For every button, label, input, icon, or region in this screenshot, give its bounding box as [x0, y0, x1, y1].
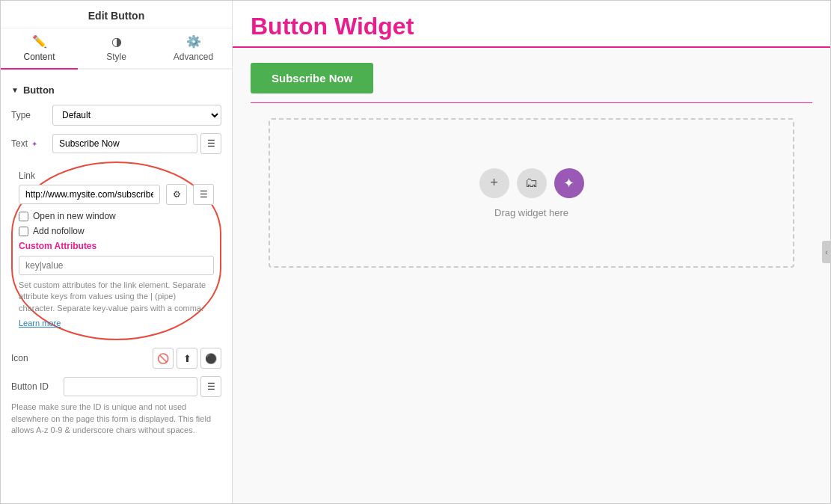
open-new-window-checkbox[interactable]	[19, 212, 28, 221]
icon-field: Icon 🚫 ⬆ ⚫	[11, 348, 221, 369]
button-id-input[interactable]	[64, 377, 197, 396]
drag-icons: + 🗂 ✦	[479, 168, 584, 198]
right-panel: Button Widget Subscribe Now + 🗂 ✦ Drag w…	[233, 1, 830, 503]
subscribe-button[interactable]: Subscribe Now	[251, 63, 373, 93]
content-icon: ✏️	[32, 34, 47, 49]
icon-label: Icon	[11, 353, 52, 363]
link-input-row: ⚙ ☰	[19, 184, 214, 205]
button-id-menu-btn[interactable]: ☰	[200, 376, 221, 397]
link-label: Link	[19, 170, 214, 181]
pink-divider	[251, 102, 812, 103]
add-nofollow-label: Add nofollow	[33, 226, 85, 236]
text-label: Text ✦	[11, 138, 52, 149]
link-settings-btn[interactable]: ⚙	[166, 184, 187, 205]
widget-title: Button Widget	[251, 13, 812, 40]
panel-title: Edit Button	[1, 1, 232, 28]
tab-content-label: Content	[23, 52, 55, 62]
tab-content[interactable]: ✏️ Content	[1, 28, 78, 70]
link-section: Link ⚙ ☰	[19, 170, 214, 205]
button-section-header: ▼ Button	[11, 84, 221, 96]
tab-advanced-label: Advanced	[174, 52, 213, 62]
tab-style[interactable]: ◑ Style	[78, 28, 155, 68]
preview-area: Subscribe Now + 🗂 ✦ Drag widget here	[233, 48, 830, 283]
section-title: Button	[23, 84, 55, 96]
icon-none-btn[interactable]: 🚫	[153, 348, 174, 369]
learn-more-link[interactable]: Learn more	[19, 319, 61, 328]
button-id-row: Button ID ☰	[11, 376, 221, 397]
type-row: Type Default Primary Secondary	[11, 105, 221, 126]
widget-header: Button Widget	[233, 1, 830, 48]
collapse-handle[interactable]: ‹	[822, 241, 830, 263]
folder-widget-btn[interactable]: 🗂	[517, 168, 547, 198]
text-menu-btn[interactable]: ☰	[200, 133, 221, 154]
text-input[interactable]	[52, 134, 197, 153]
custom-attributes-label: Custom Attributes	[19, 241, 214, 251]
drag-text: Drag widget here	[494, 207, 568, 218]
link-area: Link ⚙ ☰ Open in new window Add nofollow	[11, 162, 221, 340]
tab-style-label: Style	[106, 52, 126, 62]
open-new-window-row: Open in new window	[19, 211, 214, 221]
open-new-window-label: Open in new window	[33, 211, 116, 221]
type-select[interactable]: Default Primary Secondary	[52, 105, 221, 126]
type-label: Type	[11, 110, 52, 120]
dynamic-icon: ✦	[31, 140, 37, 148]
add-nofollow-row: Add nofollow	[19, 226, 214, 236]
icon-upload-btn[interactable]: ⬆	[177, 348, 197, 369]
add-nofollow-checkbox[interactable]	[19, 227, 28, 236]
advanced-icon: ⚙️	[186, 34, 201, 49]
button-id-label: Button ID	[11, 381, 64, 392]
section-arrow: ▼	[11, 86, 19, 94]
tab-advanced[interactable]: ⚙️ Advanced	[155, 28, 232, 68]
left-panel: Edit Button ✏️ Content ◑ Style ⚙️ Advanc…	[1, 1, 233, 503]
drag-zone: + 🗂 ✦ Drag widget here	[269, 118, 794, 268]
link-input[interactable]	[19, 185, 160, 204]
style-icon: ◑	[111, 34, 122, 49]
panel-content: ▼ Button Type Default Primary Secondary …	[1, 70, 232, 446]
sparkle-widget-btn[interactable]: ✦	[554, 168, 584, 198]
add-widget-btn[interactable]: +	[479, 168, 509, 198]
custom-attr-help: Set custom attributes for the link eleme…	[19, 280, 214, 314]
link-menu-btn[interactable]: ☰	[193, 184, 214, 205]
tabs: ✏️ Content ◑ Style ⚙️ Advanced	[1, 28, 232, 70]
button-id-help: Please make sure the ID is unique and no…	[11, 402, 221, 436]
icon-circle-btn[interactable]: ⚫	[200, 348, 221, 369]
custom-attributes-input[interactable]	[19, 256, 214, 275]
text-row: Text ✦ ☰	[11, 133, 221, 154]
icon-buttons: 🚫 ⬆ ⚫	[153, 348, 221, 369]
